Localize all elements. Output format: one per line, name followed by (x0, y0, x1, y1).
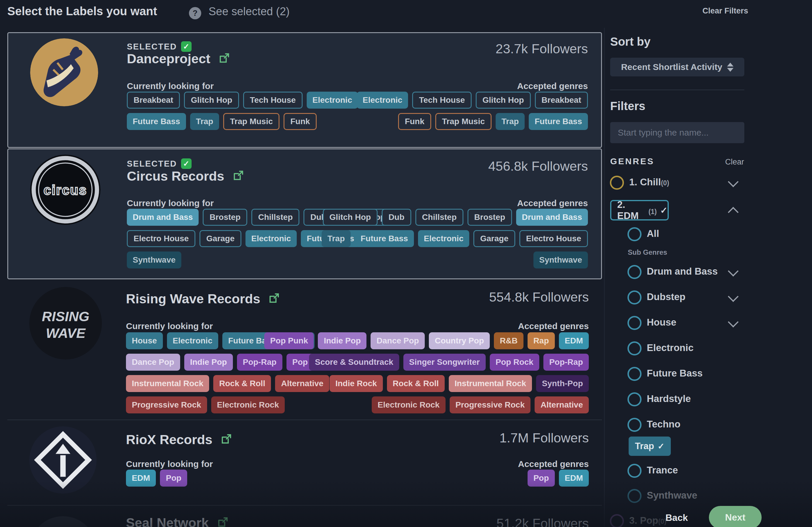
genre-tag-drum-and-bass[interactable]: Drum and Bass (127, 209, 199, 226)
genre-tag-synthwave[interactable]: Synthwave (127, 251, 181, 268)
genre-tag-chillstep[interactable]: Chillstep (251, 209, 299, 226)
genre-tag-indie-pop[interactable]: Indie Pop (184, 354, 233, 371)
genre-tag-tech-house[interactable]: Tech House (243, 92, 303, 108)
genre-radio-hardstyle[interactable] (627, 392, 641, 406)
genre-item-drum-and-bass[interactable]: Drum and Bass (647, 266, 718, 277)
genre-tag-trap[interactable]: Trap (190, 113, 219, 130)
genre-tag-dance-pop[interactable]: Dance Pop (371, 332, 425, 349)
genre-tag-synthwave[interactable]: Synthwave (533, 251, 588, 268)
genre-tag-country-pop[interactable]: Country Pop (429, 332, 490, 349)
genre-radio-electronic[interactable] (627, 341, 641, 355)
genre-tag-tech-house[interactable]: Tech House (412, 92, 472, 108)
genre-tag-rock-roll[interactable]: Rock & Roll (213, 375, 271, 392)
genre-tag-rap[interactable]: Rap (527, 332, 555, 349)
genre-tag-glitch-hop[interactable]: Glitch Hop (476, 92, 531, 108)
genre-tag-garage[interactable]: Garage (200, 230, 241, 247)
genre-tag-electro-house[interactable]: Electro House (127, 230, 195, 247)
genre-tag-funk[interactable]: Funk (398, 113, 431, 130)
label-card-circus-records[interactable]: circus SELECTED✓Circus Records 456.8k Fo… (7, 148, 602, 279)
genre-tag-alternative[interactable]: Alternative (535, 396, 589, 413)
genre-item-trance[interactable]: Trance (647, 465, 678, 476)
genre-tag-breakbeat[interactable]: Breakbeat (127, 92, 180, 108)
genre-tag-dance-pop[interactable]: Dance Pop (126, 354, 180, 371)
external-link-icon[interactable] (220, 433, 232, 447)
genre-tag-funk[interactable]: Funk (284, 113, 317, 130)
genre-tag-chillstep[interactable]: Chillstep (415, 209, 463, 226)
genre-tag-future-bass[interactable]: Future Bass (529, 113, 588, 130)
see-selected-link[interactable]: See selected (2) (208, 5, 290, 18)
genre-tag-synth-pop[interactable]: Synth-Pop (536, 375, 589, 392)
genre-item-hardstyle[interactable]: Hardstyle (647, 393, 691, 404)
external-link-icon[interactable] (218, 52, 230, 65)
genre-tag-instrumental-rock[interactable]: Instrumental Rock (449, 375, 532, 392)
genre-item-electronic[interactable]: Electronic (647, 342, 694, 353)
genres-clear-button[interactable]: Clear (719, 158, 744, 166)
genre-item-techno[interactable]: Techno (647, 419, 680, 430)
genre-tag-trap[interactable]: Trap (322, 230, 351, 247)
genre-item-trap[interactable]: Trap✓ (629, 437, 671, 456)
next-button[interactable]: Next (709, 506, 762, 527)
genre-tag-pop-punk[interactable]: Pop Punk (264, 332, 314, 349)
genre-tag-score-soundtrack[interactable]: Score & Soundtrack (309, 354, 399, 371)
genre-tag-electronic[interactable]: Electronic (357, 92, 408, 108)
genre-tag-electronic[interactable]: Electronic (418, 230, 469, 247)
genre-radio-future-bass[interactable] (627, 367, 641, 381)
search-input[interactable] (610, 122, 744, 143)
genre-tag-instrumental-rock[interactable]: Instrumental Rock (126, 375, 209, 392)
genre-tag-brostep[interactable]: Brostep (467, 209, 512, 226)
genre-tag-rock-roll[interactable]: Rock & Roll (387, 375, 445, 392)
genre-item-1-chill[interactable]: 1. Chill(0) (629, 177, 669, 188)
genre-tag-dub[interactable]: Dub (382, 209, 411, 226)
genre-tag-singer-songwriter[interactable]: Singer Songwriter (403, 354, 486, 371)
genre-tag-garage[interactable]: Garage (473, 230, 515, 247)
genre-tag-electronic[interactable]: Electronic (245, 230, 297, 247)
genre-tag-future-bass[interactable]: Future Bass (355, 230, 414, 247)
genre-tag-trap-music[interactable]: Trap Music (223, 113, 279, 130)
genre-tag-drum-and-bass[interactable]: Drum and Bass (516, 209, 588, 226)
genre-tag-electro-house[interactable]: Electro House (519, 230, 588, 247)
genre-tag-electronic[interactable]: Electronic (307, 92, 358, 108)
genre-item-future-bass[interactable]: Future Bass (647, 368, 703, 379)
genre-tag-indie-rock[interactable]: Indie Rock (330, 375, 383, 392)
genre-tag-edm[interactable]: EDM (559, 332, 589, 349)
chevron-down-icon[interactable] (728, 317, 739, 327)
genre-item-2-edm[interactable]: 2. EDM(1)✓ (610, 200, 669, 220)
genre-tag-electronic[interactable]: Electronic (167, 332, 218, 349)
genre-radio-all[interactable] (627, 227, 641, 241)
back-button[interactable]: Back (653, 512, 700, 523)
genre-tag-glitch-hop[interactable]: Glitch Hop (323, 209, 378, 226)
genre-tag-house[interactable]: House (126, 332, 163, 349)
genre-tag-electronic-rock[interactable]: Electronic Rock (372, 396, 446, 413)
external-link-icon[interactable] (232, 170, 244, 183)
chevron-up-icon[interactable] (728, 207, 739, 218)
clear-filters-button[interactable]: Clear Filters (702, 6, 748, 15)
genre-tag-future-bass[interactable]: Future Bass (127, 113, 186, 130)
genre-radio-1-chill[interactable] (610, 176, 624, 190)
genre-tag-trap[interactable]: Trap (496, 113, 525, 130)
genre-tag-r-b[interactable]: R&B (494, 332, 523, 349)
external-link-icon[interactable] (268, 292, 280, 306)
genre-radio-techno[interactable] (627, 418, 641, 432)
genre-tag-progressive-rock[interactable]: Progressive Rock (450, 396, 531, 413)
chevron-down-icon[interactable] (728, 291, 739, 302)
chevron-down-icon[interactable] (728, 266, 739, 277)
genre-tag-indie-pop[interactable]: Indie Pop (318, 332, 366, 349)
genre-tag-pop-rock[interactable]: Pop Rock (490, 354, 539, 371)
genre-tag-progressive-rock[interactable]: Progressive Rock (126, 396, 207, 413)
genre-tag-trap-music[interactable]: Trap Music (435, 113, 492, 130)
genre-tag-breakbeat[interactable]: Breakbeat (535, 92, 588, 108)
genre-item-dubstep[interactable]: Dubstep (647, 291, 685, 303)
genre-radio-drum-and-bass[interactable] (627, 265, 641, 279)
label-card-rising-wave-records[interactable]: RISING WAVE Rising Wave Records 554.8k F… (7, 282, 602, 419)
genre-item-all[interactable]: All (647, 228, 659, 239)
genre-tag-brostep[interactable]: Brostep (203, 209, 247, 226)
genre-item-house[interactable]: House (647, 317, 676, 328)
genre-radio-trance[interactable] (627, 464, 641, 478)
genre-radio-house[interactable] (627, 316, 641, 330)
help-icon[interactable]: ? (189, 7, 201, 19)
genre-tag-pop-rap[interactable]: Pop-Rap (543, 354, 589, 371)
sort-select[interactable]: Recent Shortlist Activity (610, 58, 744, 76)
genre-tag-glitch-hop[interactable]: Glitch Hop (184, 92, 239, 108)
chevron-down-icon[interactable] (728, 177, 739, 187)
label-card-danceproject[interactable]: SELECTED✓Danceproject 23.7k FollowersCur… (7, 32, 602, 148)
